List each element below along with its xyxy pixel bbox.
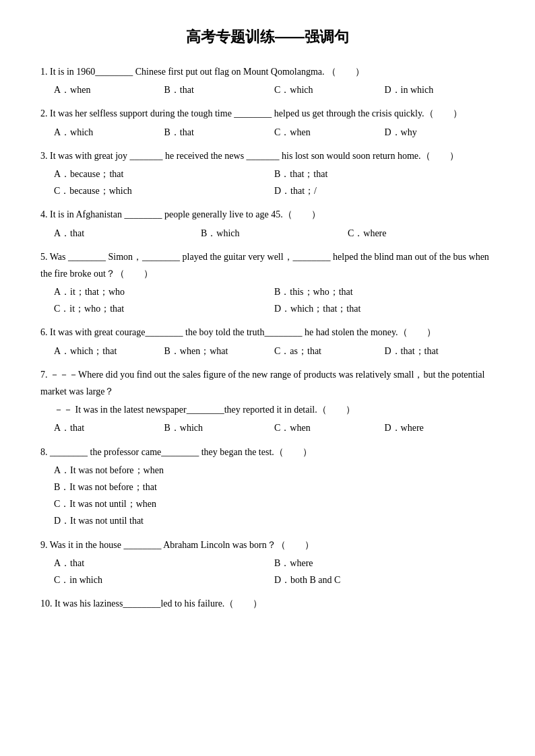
options-row: A．it；that；whoB．this；who；thatC．it；who；tha…: [54, 283, 495, 317]
option: B．which: [201, 225, 348, 242]
option: C．when: [274, 419, 385, 436]
option: B．which: [164, 419, 275, 436]
option: D．that；that: [385, 343, 495, 359]
question-text: 6. It was with great courage________ the…: [40, 324, 495, 341]
option: D．both B and C: [274, 572, 495, 588]
question-text: 5. Was ________ Simon，________ played th…: [40, 248, 495, 282]
option: B．that；that: [274, 166, 495, 182]
option: C．which: [274, 81, 385, 98]
question-text: 10. It was his laziness________led to hi…: [40, 595, 495, 612]
option: A．when: [54, 81, 164, 98]
question-block: 9. Was it in the house ________ Abraham …: [40, 537, 495, 589]
option: A．It was not before；when: [54, 462, 508, 479]
options-row: A．because；thatB．that；thatC．because；which…: [54, 166, 495, 199]
option: D．in which: [385, 81, 495, 98]
options-row: A．which；thatB．when；whatC．as；thatD．that；t…: [54, 343, 495, 359]
options-row: A．whenB．thatC．whichD．in which: [54, 81, 495, 98]
question-block: 4. It is in Afghanistan ________ people …: [40, 206, 495, 241]
option: B．that: [164, 124, 275, 141]
option: B．this；who；that: [274, 283, 495, 300]
question-block: 2. It was her selfless support during th…: [40, 105, 495, 140]
option: D．It was not until that: [54, 512, 508, 529]
option: C．as；that: [274, 343, 385, 359]
option: D．where: [385, 419, 495, 436]
option: B．when；what: [164, 343, 275, 359]
option: C．in which: [54, 572, 274, 588]
option: A．it；that；who: [54, 283, 274, 300]
options-row: A．thatB．whichC．where: [54, 225, 495, 242]
title: 高考专题训练——强调句: [40, 27, 495, 47]
option: A．which；that: [54, 343, 164, 359]
question-text: 2. It was her selfless support during th…: [40, 105, 495, 122]
option: A．that: [54, 419, 164, 436]
option: D．why: [385, 124, 495, 141]
options-row: A．thatB．whichC．whenD．where: [54, 419, 495, 436]
question-text: 3. It was with great joy _______ he rece…: [40, 147, 495, 164]
question-block: 3. It was with great joy _______ he rece…: [40, 147, 495, 200]
question-text: 1. It is in 1960________ Chinese first p…: [40, 63, 495, 80]
option: D．which；that；that: [274, 300, 495, 317]
question-block: 10. It was his laziness________led to hi…: [40, 595, 495, 612]
option: B．It was not before；that: [54, 479, 508, 495]
question-text: 7. －－－Where did you find out the sales f…: [40, 366, 495, 400]
option: A．which: [54, 124, 164, 141]
question-text: 9. Was it in the house ________ Abraham …: [40, 537, 495, 553]
option: C．where: [348, 225, 495, 242]
question-text: 8. ________ the professor came________ t…: [40, 444, 495, 460]
option: B．that: [164, 81, 275, 98]
option: C．It was not until；when: [54, 495, 508, 512]
option: C．because；which: [54, 182, 274, 199]
option: A．that: [54, 225, 201, 242]
question-block: 5. Was ________ Simon，________ played th…: [40, 248, 495, 318]
question-block: 8. ________ the professor came________ t…: [40, 444, 495, 530]
option: D．that；/: [274, 182, 495, 199]
question-block: 1. It is in 1960________ Chinese first p…: [40, 63, 495, 98]
question-block: 6. It was with great courage________ the…: [40, 324, 495, 359]
question-text: 4. It is in Afghanistan ________ people …: [40, 206, 495, 223]
question-block: 7. －－－Where did you find out the sales f…: [40, 366, 495, 437]
option: C．when: [274, 124, 385, 141]
option: A．because；that: [54, 166, 274, 182]
options-row: A．thatB．whereC．in whichD．both B and C: [54, 555, 495, 588]
options-row: A．whichB．thatC．whenD．why: [54, 124, 495, 141]
option: A．that: [54, 555, 274, 572]
question-text: －－ It was in the latest newspaper_______…: [54, 401, 495, 418]
option: B．where: [274, 555, 495, 572]
option: C．it；who；that: [54, 300, 274, 317]
